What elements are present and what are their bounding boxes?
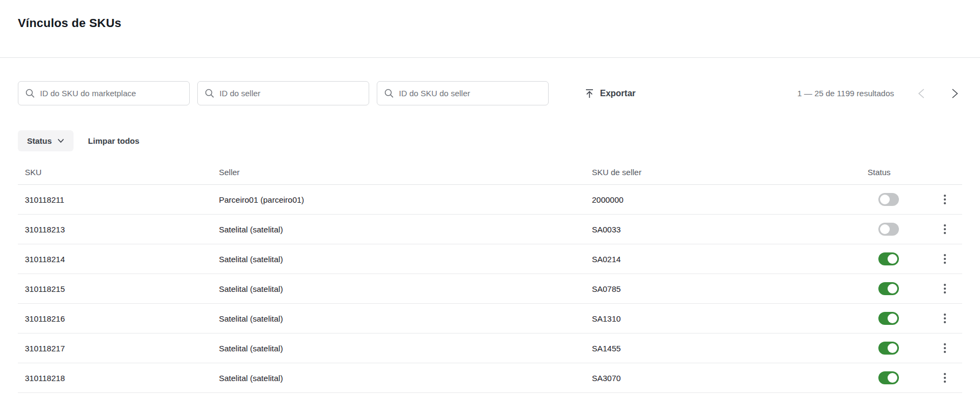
row-actions-kebab-button[interactable] xyxy=(941,191,949,208)
search-marketplace-sku-field xyxy=(18,81,190,105)
column-header-seller-sku: SKU de seller xyxy=(592,168,868,177)
row-actions-kebab-button[interactable] xyxy=(941,310,949,326)
kebab-dot xyxy=(944,232,946,234)
clear-all-filters-button[interactable]: Limpar todos xyxy=(88,136,139,145)
table-row: 310118218 Satelital (satelital) SA3070 xyxy=(18,363,962,393)
column-header-sku: SKU xyxy=(25,168,219,177)
chevron-right-icon xyxy=(951,88,958,99)
status-toggle[interactable] xyxy=(878,282,899,295)
kebab-dot xyxy=(944,202,946,204)
kebab-dot xyxy=(944,258,946,260)
search-seller-sku-field xyxy=(377,81,549,105)
table-body: 310118211 Parceiro01 (parceiro01) 200000… xyxy=(18,185,962,393)
search-seller-field xyxy=(197,81,369,105)
status-toggle[interactable] xyxy=(878,342,899,355)
upload-icon xyxy=(584,88,595,99)
cell-seller: Satelital (satelital) xyxy=(219,314,592,323)
pagination: 1 — 25 de 1199 resultados xyxy=(797,86,962,101)
cell-actions xyxy=(927,370,962,386)
table-row: 310118215 Satelital (satelital) SA0785 xyxy=(18,274,962,304)
cell-actions xyxy=(927,221,962,237)
kebab-dot xyxy=(944,254,946,256)
filter-row: Status Limpar todos xyxy=(18,130,962,151)
status-toggle[interactable] xyxy=(878,252,899,265)
cell-status xyxy=(868,252,927,265)
cell-seller: Satelital (satelital) xyxy=(219,255,592,264)
cell-actions xyxy=(927,340,962,356)
kebab-dot xyxy=(944,198,946,201)
kebab-dot xyxy=(944,314,946,316)
cell-actions xyxy=(927,251,962,267)
pagination-next-button[interactable] xyxy=(947,86,962,101)
kebab-dot xyxy=(944,224,946,226)
search-seller-input[interactable] xyxy=(197,81,369,105)
cell-status xyxy=(868,282,927,295)
table-row: 310118214 Satelital (satelital) SA0214 xyxy=(18,244,962,274)
sku-links-page: Vínculos de SKUs xyxy=(0,0,980,393)
column-header-seller: Seller xyxy=(219,168,592,177)
column-header-status: Status xyxy=(868,168,927,177)
kebab-dot xyxy=(944,291,946,294)
search-seller-sku-input[interactable] xyxy=(377,81,549,105)
status-toggle[interactable] xyxy=(878,193,899,206)
cell-sku: 310118217 xyxy=(25,344,219,353)
export-button-label: Exportar xyxy=(600,89,636,98)
table-row: 310118211 Parceiro01 (parceiro01) 200000… xyxy=(18,185,962,215)
cell-sku: 310118215 xyxy=(25,284,219,294)
cell-seller: Satelital (satelital) xyxy=(219,374,592,383)
cell-seller: Satelital (satelital) xyxy=(219,344,592,353)
toolbar: Exportar 1 — 25 de 1199 resultados xyxy=(18,81,962,105)
cell-seller-sku: SA0214 xyxy=(592,255,868,264)
toggle-knob xyxy=(888,254,897,264)
kebab-dot xyxy=(944,317,946,319)
toggle-knob xyxy=(888,314,897,323)
table-row: 310118217 Satelital (satelital) SA1455 xyxy=(18,334,962,363)
cell-seller-sku: SA1455 xyxy=(592,344,868,353)
row-actions-kebab-button[interactable] xyxy=(941,370,949,386)
cell-seller: Satelital (satelital) xyxy=(219,225,592,234)
cell-status xyxy=(868,371,927,384)
status-toggle[interactable] xyxy=(878,312,899,325)
toggle-knob xyxy=(880,195,890,204)
table-row: 310118213 Satelital (satelital) SA0033 xyxy=(18,215,962,244)
cell-sku: 310118214 xyxy=(25,255,219,264)
export-button[interactable]: Exportar xyxy=(582,85,638,102)
kebab-dot xyxy=(944,195,946,197)
kebab-dot xyxy=(944,377,946,379)
cell-sku: 310118211 xyxy=(25,195,219,204)
toggle-knob xyxy=(888,284,897,294)
status-toggle[interactable] xyxy=(878,371,899,384)
row-actions-kebab-button[interactable] xyxy=(941,221,949,237)
kebab-dot xyxy=(944,381,946,383)
page-title: Vínculos de SKUs xyxy=(18,16,962,30)
toggle-knob xyxy=(888,343,897,353)
toggle-knob xyxy=(888,373,897,383)
table-row: 310118216 Satelital (satelital) SA1310 xyxy=(18,304,962,334)
status-filter-button[interactable]: Status xyxy=(18,130,74,151)
pagination-prev-button[interactable] xyxy=(914,86,929,101)
search-marketplace-sku-input[interactable] xyxy=(18,81,190,105)
cell-status xyxy=(868,312,927,325)
cell-actions xyxy=(927,191,962,208)
table-header-row: SKU Seller SKU de seller Status xyxy=(18,157,962,185)
kebab-dot xyxy=(944,343,946,345)
cell-seller: Satelital (satelital) xyxy=(219,284,592,294)
cell-status xyxy=(868,193,927,206)
status-toggle[interactable] xyxy=(878,223,899,236)
cell-sku: 310118218 xyxy=(25,374,219,383)
cell-seller-sku: SA0785 xyxy=(592,284,868,294)
cell-actions xyxy=(927,310,962,326)
cell-status xyxy=(868,342,927,355)
toggle-knob xyxy=(880,224,890,234)
pagination-results-text: 1 — 25 de 1199 resultados xyxy=(797,89,894,98)
row-actions-kebab-button[interactable] xyxy=(941,340,949,356)
kebab-dot xyxy=(944,351,946,353)
cell-seller-sku: SA3070 xyxy=(592,374,868,383)
cell-sku: 310118213 xyxy=(25,225,219,234)
chevron-down-icon xyxy=(57,138,64,143)
row-actions-kebab-button[interactable] xyxy=(941,251,949,267)
page-header: Vínculos de SKUs xyxy=(0,0,980,58)
row-actions-kebab-button[interactable] xyxy=(941,281,949,297)
sku-links-table: SKU Seller SKU de seller Status 31011821… xyxy=(18,157,962,393)
kebab-dot xyxy=(944,347,946,349)
